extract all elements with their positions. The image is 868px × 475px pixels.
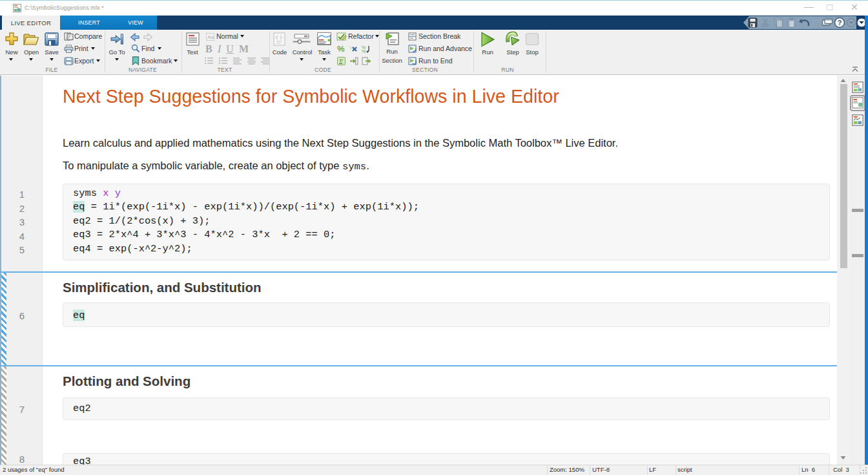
svg-text:Aa: Aa — [207, 34, 214, 40]
svg-text:%: % — [337, 45, 345, 53]
svg-text:?: ? — [838, 19, 842, 26]
svg-text:Σ: Σ — [338, 58, 343, 65]
svg-text:%: % — [362, 49, 366, 53]
